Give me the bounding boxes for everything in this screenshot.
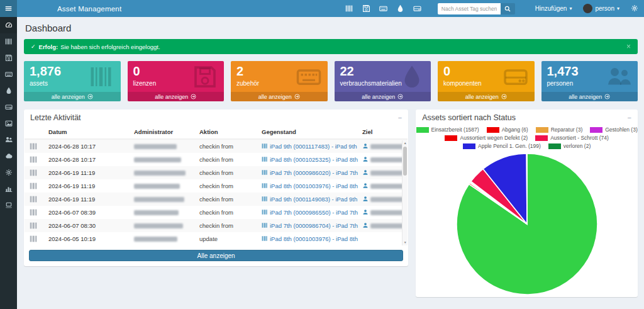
add-dropdown[interactable]: Hinzufügen ▾: [535, 5, 572, 12]
chart-legend: Einsatzbereit (1587)Abgang (6)Reparatur …: [416, 125, 638, 149]
table-row: 2024-06-28 10:17checkin fromiPad 9th (00…: [25, 139, 408, 153]
asset-link[interactable]: iPad 8th (0001025325) - iPad 8th: [270, 156, 358, 163]
column-header-ziel: Ziel: [358, 125, 408, 139]
activity-target: [358, 179, 408, 193]
user-dropdown[interactable]: person ▾: [583, 4, 619, 13]
barcode-icon: [28, 195, 39, 203]
activity-target: [358, 139, 408, 153]
view-all-label: alle anzeigen: [465, 94, 499, 100]
asset-link[interactable]: iPad 8th (0001003976) - iPad 8th: [270, 183, 358, 189]
legend-label: Gestohlen (3): [605, 126, 638, 133]
activity-action: checkin from: [196, 193, 258, 206]
status-pie-chart[interactable]: [454, 151, 600, 297]
asset-link[interactable]: iPad 7th (0000986020) - iPad 7th: [270, 169, 358, 176]
search-button[interactable]: [501, 3, 515, 14]
sidebar-toggle-button[interactable]: [0, 0, 17, 17]
view-all-link[interactable]: alle anzeigen: [128, 92, 225, 101]
activity-item: iPad 8th (0001003976) - iPad 8th: [258, 179, 358, 193]
sidebar-item-licenses[interactable]: [0, 50, 17, 66]
asset-link[interactable]: iPad 9th (0001149083) - iPad 9th: [270, 196, 357, 203]
view-all-link[interactable]: alle anzeigen: [231, 92, 328, 101]
legend-item[interactable]: Gestohlen (3): [590, 126, 638, 133]
asset-link[interactable]: iPad 9th (0001117483) - iPad 9th: [270, 143, 357, 150]
sidebar-item-settings[interactable]: [0, 164, 17, 181]
view-all-link[interactable]: alle anzeigen: [24, 92, 121, 101]
barcode-icon[interactable]: [345, 4, 353, 13]
floppy-icon[interactable]: [362, 4, 370, 13]
search-input[interactable]: [438, 3, 501, 14]
asset-link[interactable]: iPad 8th (0001003976) - iPad 8th: [270, 235, 358, 242]
barcode-icon: [262, 183, 268, 189]
asset-link[interactable]: iPad 7th (0000986704) - iPad 7th: [270, 222, 358, 229]
sidebar-item-dashboard[interactable]: [0, 17, 17, 33]
legend-swatch: [535, 135, 548, 141]
sidebar-item-kits[interactable]: [0, 115, 17, 132]
sidebar-item-assets[interactable]: [0, 33, 17, 50]
redacted-admin-name: [134, 171, 186, 176]
view-all-link[interactable]: alle anzeigen: [335, 92, 431, 101]
floppy-icon: [191, 64, 219, 89]
close-icon[interactable]: ×: [626, 43, 631, 50]
hdd-icon[interactable]: [413, 4, 421, 13]
legend-item[interactable]: Aussortiert - Schrott (74): [535, 135, 609, 141]
pie-slice-7[interactable]: [526, 154, 527, 224]
view-all-link[interactable]: alle anzeigen: [438, 92, 535, 101]
activity-item: iPad 9th (0001117483) - iPad 9th: [258, 139, 358, 153]
activity-table: DatumAdministratorAktionGegenstandZiel 2…: [25, 125, 408, 245]
image-icon: [5, 120, 13, 127]
legend-swatch: [536, 127, 548, 133]
scroll-down-arrow-icon[interactable]: ▼: [402, 240, 408, 245]
view-all-label: alle anzeigen: [258, 94, 292, 100]
redacted-admin-name: [134, 210, 179, 215]
quick-shortcuts: [345, 4, 421, 13]
legend-item[interactable]: Abgang (6): [487, 126, 528, 133]
legend-item[interactable]: Einsatzbereit (1587): [416, 126, 479, 133]
legend-item[interactable]: Reparatur (3): [536, 126, 583, 133]
droplet-icon: [397, 64, 426, 89]
collapse-minus-icon[interactable]: −: [398, 115, 402, 121]
scrollbar-thumb[interactable]: [403, 147, 407, 176]
activity-item: iPad 9th (0001149083) - iPad 9th: [258, 193, 358, 206]
sidebar-item-requestable[interactable]: [0, 197, 17, 213]
legend-item[interactable]: Aussortiert wegen Defekt (2): [445, 135, 528, 141]
legend-label: Abgang (6): [502, 126, 528, 133]
barcode-icon: [262, 156, 268, 162]
view-all-button[interactable]: Alle anzeigen: [29, 250, 403, 261]
status-chart-panel: Assets sortiert nach Status − Einsatzber…: [416, 110, 638, 297]
stat-card-assets: 1,876assetsalle anzeigen: [24, 61, 121, 101]
sidebar-item-components[interactable]: [0, 99, 17, 115]
stat-card-verbrauchsmaterialien: 22verbrauchsmaterialienalle anzeigen: [335, 61, 431, 101]
sidebar-item-people[interactable]: [0, 132, 17, 148]
view-all-link[interactable]: alle anzeigen: [541, 92, 638, 101]
activity-admin: [130, 232, 196, 245]
activity-item: iPad 7th (0000986704) - iPad 7th: [258, 219, 358, 232]
column-header-aktion: Aktion: [196, 125, 258, 139]
redacted-admin-name: [134, 197, 184, 202]
collapse-minus-icon[interactable]: −: [628, 115, 631, 121]
legend-item[interactable]: verloren (2): [548, 143, 591, 149]
stat-card-komponenten: 0komponentenalle anzeigen: [438, 61, 535, 101]
legend-swatch: [548, 143, 561, 149]
legend-label: Reparatur (3): [551, 126, 583, 133]
sidebar-item-accessories[interactable]: [0, 66, 17, 82]
redacted-admin-name: [134, 223, 183, 228]
arrow-circle-right-icon: [191, 94, 196, 99]
legend-item[interactable]: Apple Pencil 1. Gen. (199): [463, 143, 541, 149]
recent-activity-header: Letzte Aktivität −: [24, 110, 408, 125]
activity-date: 2024-06-19 11:19: [45, 166, 130, 179]
sidebar-item-reports[interactable]: [0, 181, 17, 197]
droplet-icon[interactable]: [396, 4, 404, 13]
table-row: 2024-06-28 10:17checkin fromiPad 8th (00…: [25, 153, 408, 166]
keyboard-icon[interactable]: [379, 4, 387, 13]
stat-card-zubehr: 2zubehöralle anzeigen: [231, 61, 328, 101]
user-icon: [362, 209, 369, 215]
activity-admin: [130, 166, 196, 179]
activity-admin: [130, 153, 196, 166]
scroll-up-arrow-icon[interactable]: ▲: [402, 140, 408, 146]
asset-link[interactable]: iPad 7th (0000986550) - iPad 7th: [270, 209, 358, 216]
sidebar-item-import[interactable]: [0, 148, 17, 164]
activity-target: [358, 219, 408, 232]
table-scrollbar[interactable]: ▲ ▼: [402, 140, 408, 245]
admin-settings-button[interactable]: [631, 4, 639, 13]
sidebar-item-consumables[interactable]: [0, 82, 17, 99]
